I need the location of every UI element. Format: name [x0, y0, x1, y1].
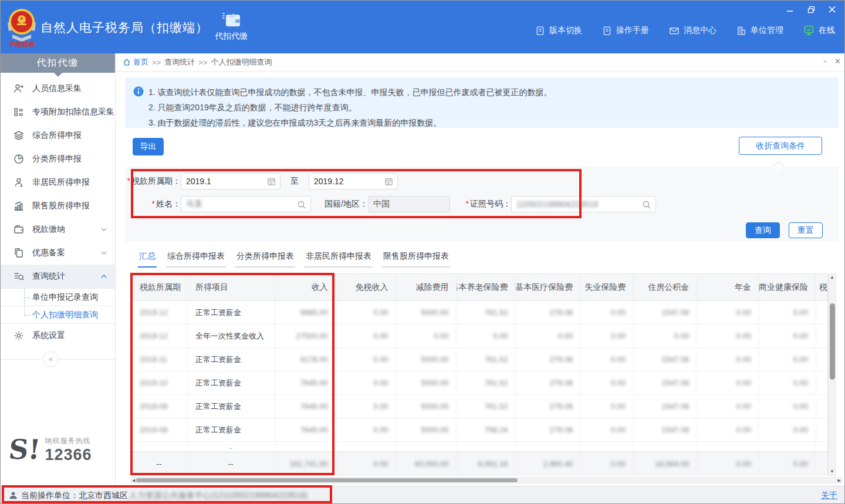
list-grid-icon — [13, 107, 24, 117]
table-row: 2019-11正常工资薪金9178.000.005000.00761.52279… — [131, 348, 827, 371]
sidebar-collapse-button[interactable]: « — [43, 351, 59, 367]
pane-maximize-icon[interactable]: ▫ — [823, 57, 826, 66]
sidebar-item-nonresident-income[interactable]: 非居民所得申报 — [1, 171, 115, 194]
about-link[interactable]: 关于 — [821, 491, 837, 501]
chevron-down-icon — [101, 251, 107, 255]
tab-classified[interactable]: 分类所得申报表 — [235, 251, 295, 268]
sidebar: 代扣代缴 人员信息采集 专项附加扣除信息采集 综合所得申报 分类所得申报 非居民… — [1, 53, 116, 486]
sidebar-header: 代扣代缴 — [1, 53, 115, 73]
vertical-scroll-thumb[interactable] — [830, 303, 835, 380]
table-row: 2019-10正常工资薪金7645.000.005000.00761.52279… — [131, 371, 827, 395]
horizontal-scroll-thumb[interactable] — [136, 478, 518, 482]
sidebar-item-classified-income[interactable]: 分类所得申报 — [1, 147, 115, 171]
calendar-icon — [267, 177, 276, 186]
layers-icon — [13, 130, 24, 141]
module-tab-daikou[interactable]: 代扣代缴 — [205, 12, 258, 42]
tax-emblem-logo: 中国税务 — [5, 5, 38, 49]
table-body: 2019-12正常工资薪金9985.000.005000.00761.52279… — [131, 301, 827, 475]
user-plus-icon — [13, 83, 24, 94]
document-icon — [602, 26, 612, 36]
export-button[interactable]: 导出 — [133, 138, 164, 155]
table-row: 2019-09正常工资薪金7645.000.005000.00761.52279… — [131, 395, 827, 418]
nav-manual[interactable]: 操作手册 — [602, 25, 649, 36]
id-number-label: *证照号码： — [450, 199, 511, 209]
vertical-scrollbar[interactable]: ▲ ▼ — [828, 273, 836, 476]
nav-version-switch[interactable]: 版本切换 — [535, 25, 582, 36]
info-icon — [133, 86, 144, 97]
chevron-down-icon — [101, 228, 107, 231]
breadcrumb-item: 查询统计 — [164, 57, 195, 67]
notice-line: 2. 只能查询2019年及之后的数据，不能进行跨年度查询。 — [148, 100, 830, 115]
sidebar-item-restricted-stock[interactable]: 限售股所得申报 — [1, 194, 115, 218]
search-list-icon — [13, 271, 24, 282]
breadcrumb-home[interactable]: 首页 — [123, 57, 148, 67]
tab-restricted-stock[interactable]: 限售股所得申报表 — [382, 251, 450, 268]
nav-unit-management[interactable]: 单位管理 — [736, 25, 783, 36]
online-monitor-check-icon — [803, 25, 814, 36]
tab-comprehensive[interactable]: 综合所得申报表 — [166, 251, 226, 268]
id-number-input[interactable]: 110502199904223519 — [511, 196, 656, 212]
period-label: *税款所属期： — [125, 176, 181, 187]
search-icon — [297, 200, 306, 209]
sidebar-item-preference-filing[interactable]: 优惠备案 — [1, 241, 115, 265]
name-label: *姓名： — [125, 199, 181, 209]
document-icon — [535, 26, 545, 36]
wallet-icon — [13, 224, 24, 235]
hotline-block: S! 纳税服务热线 12366 — [9, 436, 92, 464]
sidebar-item-special-deduction[interactable]: 专项附加扣除信息采集 — [1, 100, 115, 124]
hotline-logo: S! — [8, 438, 42, 462]
restore-button[interactable] — [803, 3, 819, 16]
tab-summary[interactable]: 汇总 — [138, 251, 157, 268]
sidebar-item-system-settings[interactable]: 系统设置 — [1, 324, 115, 347]
horizontal-scrollbar[interactable]: ◀ ▶ — [131, 477, 842, 483]
scroll-right-arrow[interactable]: ▶ — [838, 478, 841, 483]
minimize-button[interactable] — [782, 3, 797, 16]
app-title: 自然人电子税务局（扣缴端） — [40, 19, 208, 36]
nav-message-center[interactable]: 消息中心 — [669, 25, 716, 36]
result-tabs: 汇总 综合所得申报表 分类所得申报表 非居民所得申报表 限售股所得申报表 — [138, 251, 450, 268]
sidebar-subitem-unit-declaration-query[interactable]: 单位申报记录查询 — [1, 289, 115, 306]
table-row: 2019-08正常工资薪金7645.000.005000.00798.24279… — [131, 418, 827, 442]
close-icon — [829, 6, 836, 13]
table-row: 2019-12正常工资薪金9985.000.005000.00761.52279… — [131, 301, 827, 324]
sidebar-item-personnel-info[interactable]: 人员信息采集 — [1, 77, 115, 100]
reset-button[interactable]: 重置 — [789, 222, 823, 238]
close-button[interactable] — [824, 3, 840, 16]
notice-line: 3. 由于数据处理的滞后性，建议您在申报成功3天之后再来查询最新的申报数据。 — [148, 115, 830, 130]
status-bar: 当前操作单位：北京市西城区人力资源公共服务中心(1211050219990422… — [1, 486, 845, 504]
copy-icon — [13, 248, 24, 258]
sidebar-subitem-personal-withholding-query[interactable]: 个人扣缴明细查询 — [1, 306, 115, 324]
wallet-icon — [221, 12, 241, 29]
period-start-input[interactable]: 2019.1 — [181, 173, 280, 190]
sidebar-item-query-statistics[interactable]: 查询统计 — [1, 265, 115, 288]
result-table: 税款所属期 所得项目 收入 免税收入 减除费用 基本养老保险费 基本医疗保险费 … — [131, 273, 828, 475]
notice-line: 1. 该查询统计表仅能查询已申报成功的数据，不包含未申报、申报失败，已申报但已作… — [148, 84, 830, 100]
scroll-up-arrow[interactable]: ▲ — [830, 275, 834, 280]
breadcrumb-item-current: 个人扣缴明细查询 — [211, 57, 272, 67]
scroll-left-arrow[interactable]: ◀ — [132, 478, 135, 483]
period-end-input[interactable]: 2019.12 — [309, 173, 398, 190]
window-controls — [782, 3, 840, 16]
minimize-icon — [786, 6, 793, 13]
calendar-icon — [384, 177, 393, 186]
online-status[interactable]: 在线 — [803, 25, 835, 36]
chevron-up-icon — [101, 275, 107, 278]
tab-nonresident[interactable]: 非居民所得申报表 — [305, 251, 373, 268]
table-header: 税款所属期 所得项目 收入 免税收入 减除费用 基本养老保险费 基本医疗保险费 … — [131, 274, 827, 301]
pie-chart-icon — [13, 154, 24, 164]
restore-icon — [807, 6, 815, 13]
table-ellipsis-row: .. — [131, 442, 827, 452]
hotline-number: 12366 — [45, 446, 92, 464]
sidebar-item-tax-payment[interactable]: 税款缴纳 — [1, 218, 115, 241]
name-input[interactable]: 马某 — [181, 196, 311, 212]
sidebar-item-comprehensive-income[interactable]: 综合所得申报 — [1, 124, 115, 147]
to-label: 至 — [280, 176, 309, 187]
app-window: 中国税务 自然人电子税务局（扣缴端） 代扣代缴 — [0, 0, 845, 504]
pane-close-icon[interactable]: ✕ — [834, 57, 841, 66]
collapse-filter-button[interactable]: 收折查询条件 — [739, 137, 822, 155]
query-button[interactable]: 查询 — [746, 222, 780, 238]
gear-icon — [13, 330, 24, 341]
scroll-down-arrow[interactable]: ▼ — [830, 469, 834, 475]
breadcrumb: 首页 >> 查询统计 >> 个人扣缴明细查询 ▫ ✕ — [116, 53, 845, 72]
nationality-label: 国籍/地区： — [311, 199, 368, 209]
